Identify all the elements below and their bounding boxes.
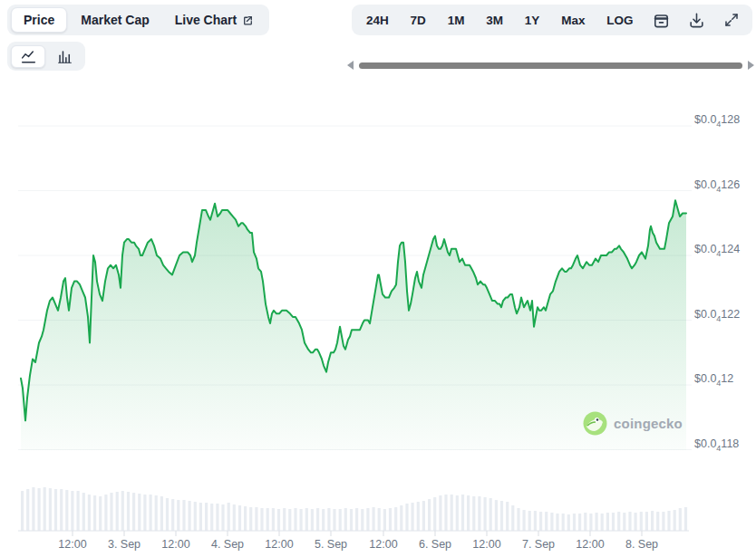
x-axis-label: 12:00 xyxy=(576,538,604,551)
x-axis-label: 6. Sep xyxy=(419,538,451,551)
watermark-label: coingecko xyxy=(614,416,683,431)
y-axis-label: $0.04128 xyxy=(694,113,740,129)
y-axis-label: $0.04122 xyxy=(694,308,740,323)
x-axis-label: 12:00 xyxy=(265,538,293,551)
x-axis-label: 12:00 xyxy=(472,538,500,551)
y-axis-label: $0.04124 xyxy=(694,243,740,258)
y-axis-label: $0.0412 xyxy=(694,372,733,388)
x-axis-label: 8. Sep xyxy=(625,538,658,551)
y-axis-label: $0.04118 xyxy=(694,437,739,453)
x-axis-label: 12:00 xyxy=(369,538,397,551)
x-axis-label: 3. Sep xyxy=(108,538,141,551)
x-axis-label: 5. Sep xyxy=(315,538,347,551)
price-chart[interactable] xyxy=(0,0,756,557)
coingecko-watermark: coingecko xyxy=(583,411,683,436)
x-axis-ticks xyxy=(73,531,642,536)
y-axis-label: $0.04126 xyxy=(694,178,740,194)
x-axis-label: 12:00 xyxy=(161,538,189,551)
x-axis-label: 7. Sep xyxy=(522,538,555,551)
x-axis-label: 12:00 xyxy=(58,538,86,551)
x-axis-label: 4. Sep xyxy=(211,538,244,551)
price-chart-widget: PriceMarket CapLive Chart 24H7D1M3M1YMax… xyxy=(0,0,756,557)
volume-bars xyxy=(21,487,687,531)
coingecko-logo-icon xyxy=(583,411,607,436)
